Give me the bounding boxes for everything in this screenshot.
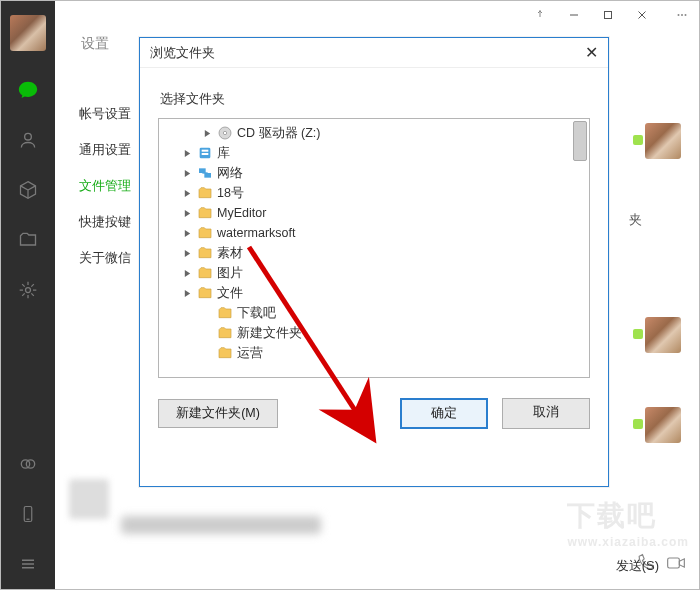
expander-icon[interactable]: [181, 167, 193, 179]
folder-icon: [217, 325, 233, 341]
expander-icon[interactable]: [181, 147, 193, 159]
tree-row[interactable]: 库: [161, 143, 587, 163]
files-icon[interactable]: [17, 229, 39, 251]
blurred-avatar: [69, 479, 109, 519]
tree-item-label: 库: [217, 145, 230, 162]
svg-rect-22: [199, 168, 206, 173]
svg-rect-10: [605, 12, 612, 19]
phone-icon[interactable]: [17, 503, 39, 525]
svg-point-0: [25, 133, 32, 140]
tree-item-label: 素材: [217, 245, 243, 262]
tree-row[interactable]: MyEditor: [161, 203, 587, 223]
tree-item-label: watermarksoft: [217, 226, 296, 240]
folder-icon: [217, 305, 233, 321]
expander-icon[interactable]: [181, 207, 193, 219]
avatar[interactable]: [10, 15, 46, 51]
contact-avatar[interactable]: [645, 123, 681, 159]
tree-row[interactable]: 新建文件夹: [161, 323, 587, 343]
more-icon[interactable]: [675, 8, 689, 22]
chat-icon[interactable]: [17, 79, 39, 101]
moments-icon[interactable]: [17, 279, 39, 301]
tree-item-label: 网络: [217, 165, 243, 182]
folder-icon: [217, 345, 233, 361]
tree-row[interactable]: 素材: [161, 243, 587, 263]
tree-row[interactable]: CD 驱动器 (Z:): [161, 123, 587, 143]
folder-hint-label: 夹: [629, 211, 642, 229]
maximize-icon[interactable]: [601, 8, 615, 22]
ok-button[interactable]: 确定: [400, 398, 488, 429]
svg-point-13: [678, 14, 680, 16]
contact-avatar[interactable]: [645, 317, 681, 353]
expander-icon[interactable]: [181, 227, 193, 239]
expander-icon[interactable]: [201, 327, 213, 339]
bubble-tail-icon: [633, 419, 643, 429]
svg-point-14: [681, 14, 683, 16]
tree-item-label: 文件: [217, 285, 243, 302]
bubble-tail-icon: [633, 329, 643, 339]
tree-item-label: 运营: [237, 345, 263, 362]
svg-rect-16: [668, 558, 680, 568]
miniapp-icon[interactable]: [17, 453, 39, 475]
expander-icon[interactable]: [201, 347, 213, 359]
expander-icon[interactable]: [201, 307, 213, 319]
cd-icon: [217, 125, 233, 141]
scrollbar-handle[interactable]: [573, 121, 587, 161]
blurred-text: [121, 516, 321, 534]
left-sidebar: [1, 1, 55, 589]
pin-icon[interactable]: [533, 8, 547, 22]
svg-rect-23: [204, 173, 211, 178]
dialog-title: 浏览文件夹: [150, 44, 215, 62]
svg-point-15: [685, 14, 687, 16]
tree-item-label: 下载吧: [237, 305, 276, 322]
svg-point-18: [223, 131, 226, 134]
expander-icon[interactable]: [181, 187, 193, 199]
expander-icon[interactable]: [181, 287, 193, 299]
tree-item-label: 18号: [217, 185, 244, 202]
browse-folder-dialog: 浏览文件夹 ✕ 选择文件夹 CD 驱动器 (Z:)库网络18号MyEditorw…: [139, 37, 609, 487]
svg-rect-21: [202, 153, 209, 155]
video-call-icon[interactable]: [665, 553, 687, 573]
menu-icon[interactable]: [17, 553, 39, 575]
send-button[interactable]: 发送(S): [616, 557, 659, 575]
folder-icon: [197, 265, 213, 281]
minimize-icon[interactable]: [567, 8, 581, 22]
svg-rect-20: [202, 150, 209, 152]
bubble-tail-icon: [633, 135, 643, 145]
window-titlebar: [55, 1, 699, 29]
tree-row[interactable]: watermarksoft: [161, 223, 587, 243]
dialog-subtitle: 选择文件夹: [140, 68, 608, 118]
expander-icon[interactable]: [181, 267, 193, 279]
contact-avatar[interactable]: [645, 407, 681, 443]
tree-row[interactable]: 运营: [161, 343, 587, 363]
svg-point-3: [26, 460, 34, 468]
folder-icon: [197, 185, 213, 201]
library-icon: [197, 145, 213, 161]
close-icon[interactable]: [635, 8, 649, 22]
tree-row[interactable]: 18号: [161, 183, 587, 203]
tree-item-label: 新建文件夹: [237, 325, 302, 342]
folder-tree[interactable]: CD 驱动器 (Z:)库网络18号MyEditorwatermarksoft素材…: [158, 118, 590, 378]
tree-item-label: CD 驱动器 (Z:): [237, 125, 320, 142]
dialog-close-icon[interactable]: ✕: [585, 43, 598, 62]
tree-row[interactable]: 下载吧: [161, 303, 587, 323]
tree-row[interactable]: 网络: [161, 163, 587, 183]
new-folder-button[interactable]: 新建文件夹(M): [158, 399, 278, 428]
svg-point-1: [26, 288, 31, 293]
tree-row[interactable]: 图片: [161, 263, 587, 283]
tree-item-label: MyEditor: [217, 206, 266, 220]
cancel-button[interactable]: 取消: [502, 398, 590, 429]
tree-row[interactable]: 文件: [161, 283, 587, 303]
folder-icon: [197, 285, 213, 301]
expander-icon[interactable]: [181, 247, 193, 259]
folder-icon: [197, 245, 213, 261]
folder-icon: [197, 205, 213, 221]
contacts-icon[interactable]: [17, 129, 39, 151]
network-icon: [197, 165, 213, 181]
tree-item-label: 图片: [217, 265, 243, 282]
favorites-icon[interactable]: [17, 179, 39, 201]
folder-icon: [197, 225, 213, 241]
expander-icon[interactable]: [201, 127, 213, 139]
